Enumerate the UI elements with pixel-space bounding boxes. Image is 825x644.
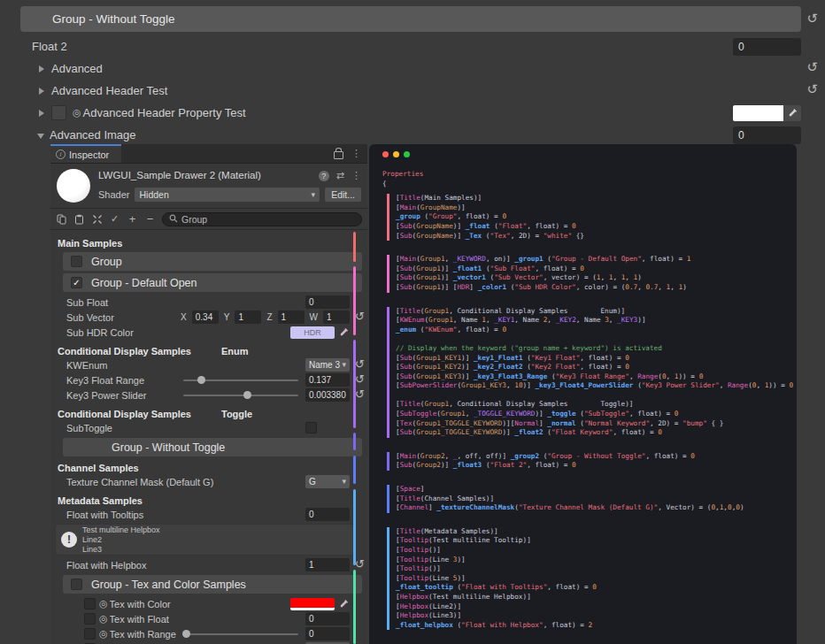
kebab-menu-icon[interactable] — [351, 148, 361, 159]
dropdown[interactable]: G — [305, 475, 350, 488]
color-swatch-white[interactable] — [733, 105, 783, 121]
foldout-row[interactable]: Advanced — [0, 58, 825, 80]
chevron-down-icon — [342, 478, 346, 486]
tab-inspector[interactable]: i Inspector — [50, 144, 121, 163]
helpbox: !Test multiline HelpboxLine2Line3 — [55, 524, 354, 556]
color-swatch[interactable] — [733, 105, 801, 121]
eyedropper-button[interactable] — [783, 105, 801, 121]
kebab-menu-icon[interactable] — [351, 170, 361, 181]
eyedropper-icon[interactable] — [338, 598, 350, 610]
edit-button[interactable]: Edit... — [325, 188, 361, 202]
object-picker-icon[interactable] — [99, 613, 108, 625]
reset-button[interactable] — [355, 388, 365, 400]
value-field[interactable]: 0.137 — [305, 373, 350, 387]
copy-icon[interactable] — [56, 213, 67, 225]
search-input[interactable]: Group — [162, 212, 362, 226]
vector-field[interactable]: 1 — [323, 310, 350, 324]
reset-button[interactable] — [355, 558, 365, 570]
eyedropper-icon[interactable] — [338, 326, 350, 338]
value-field[interactable]: 0.003380 — [305, 388, 350, 402]
preset-icon[interactable] — [336, 170, 344, 181]
value-field[interactable]: 0 — [733, 126, 801, 144]
add-icon[interactable]: + — [127, 213, 138, 225]
value-field[interactable]: 0 — [305, 295, 350, 309]
reset-button[interactable] — [355, 310, 365, 322]
foldout-row[interactable]: Advanced Header Test — [0, 80, 825, 102]
texture-thumb[interactable] — [84, 628, 96, 640]
shader-label: Shader — [98, 189, 129, 200]
group-checkbox[interactable] — [71, 256, 82, 267]
code-line: [Tooltip()] — [396, 564, 793, 574]
search-icon — [169, 214, 178, 225]
slider-handle[interactable] — [182, 630, 190, 638]
group-header[interactable]: Group — [63, 252, 362, 271]
slider-track[interactable] — [183, 380, 298, 381]
property-label: KWEnum — [66, 360, 305, 371]
value-field[interactable]: 0 — [305, 612, 350, 625]
material-preview-sphere[interactable] — [57, 169, 90, 203]
group-header[interactable]: Group - Tex and Color Samples — [63, 575, 362, 594]
vector-field[interactable]: 1 — [278, 310, 305, 324]
collapse-all-icon[interactable] — [91, 213, 103, 225]
group-checkbox[interactable] — [71, 579, 82, 590]
foldout-arrow-icon[interactable] — [39, 65, 44, 73]
foldout-arrow-icon[interactable] — [39, 110, 44, 117]
slider-track[interactable] — [183, 633, 298, 635]
color-swatch[interactable] — [290, 598, 335, 610]
vector-field[interactable]: 0.34 — [192, 310, 219, 324]
foldout-arrow-icon[interactable] — [37, 134, 44, 139]
toggle-checkbox[interactable] — [305, 422, 317, 433]
header-property-checkbox[interactable] — [51, 105, 66, 120]
value-field[interactable]: 1 — [305, 558, 350, 571]
section-label: Main Samples — [50, 236, 367, 249]
dropdown[interactable]: Name 3 — [305, 358, 350, 372]
shader-dropdown[interactable]: Hidden — [135, 188, 320, 202]
slider-handle[interactable] — [197, 376, 205, 384]
help-icon[interactable]: ? — [319, 171, 329, 181]
maximize-icon — [404, 151, 410, 157]
hdr-color-swatch[interactable]: HDR — [290, 326, 335, 339]
group-header[interactable]: Group - Default Open — [63, 273, 362, 292]
code-line: _enum ("KWEnum", float) = 0 — [396, 326, 793, 335]
property-label: SubToggle — [66, 423, 305, 433]
texture-thumb[interactable] — [84, 598, 96, 610]
value-field[interactable]: 0 — [733, 38, 801, 56]
group-header[interactable]: Group - Without Toggle — [63, 438, 362, 456]
foldout-row[interactable]: Advanced Image 0 — [0, 124, 825, 146]
object-picker-icon[interactable] — [99, 628, 108, 640]
group-header-bar[interactable]: Group - Without Toggle — [20, 6, 801, 32]
vector-field[interactable]: 1 — [235, 310, 261, 324]
foldout-row[interactable]: Advanced Header Property Test — [0, 102, 825, 124]
object-picker-icon[interactable] — [99, 598, 108, 610]
reset-button[interactable] — [355, 373, 365, 385]
texture-thumb[interactable] — [84, 613, 96, 625]
reset-button[interactable] — [806, 60, 818, 73]
chevron-down-icon — [342, 361, 346, 369]
lock-icon[interactable] — [334, 151, 343, 159]
reset-button[interactable] — [806, 82, 818, 96]
paste-icon[interactable] — [73, 213, 85, 225]
remove-icon[interactable]: − — [144, 213, 156, 225]
value-field[interactable]: 0 — [305, 508, 350, 521]
group-checkbox[interactable] — [71, 277, 82, 288]
search-value: Group — [181, 214, 207, 225]
reset-button[interactable] — [806, 12, 818, 25]
slider-track[interactable] — [183, 395, 298, 396]
code-line: [Sub(Group1)] _vector1 ("Sub Vector", ve… — [396, 273, 793, 283]
slider-handle[interactable] — [243, 391, 251, 399]
property-label: Tex with Color — [110, 599, 290, 610]
section-label-text: Main Samples — [58, 238, 122, 249]
code-blocks: [Title(Main Samples)][Main(GroupName)]_g… — [382, 194, 793, 630]
foldout-arrow-icon[interactable] — [39, 88, 44, 95]
property-label: Key3 Float Range — [66, 375, 183, 386]
reset-button[interactable] — [355, 358, 365, 370]
property-label: Float with Helpbox — [66, 560, 305, 571]
code-line: [Sub(Group1_KEY3)] _key3_Float3_Range ("… — [396, 372, 793, 382]
value-field[interactable]: 0 — [305, 627, 350, 640]
code-line — [396, 391, 793, 401]
checkmark-icon[interactable]: ✓ — [109, 213, 120, 225]
code-line: [Tex(Group1_TOGGLE_KEYWORD)][Normal] _no… — [396, 419, 793, 429]
property-row: Tex with Range0 — [50, 626, 367, 641]
vector-fields: X0.34Y1Z1W1 — [181, 310, 350, 324]
outer-material-panel: Group - Without Toggle Float 2 0 Advance… — [0, 0, 825, 146]
